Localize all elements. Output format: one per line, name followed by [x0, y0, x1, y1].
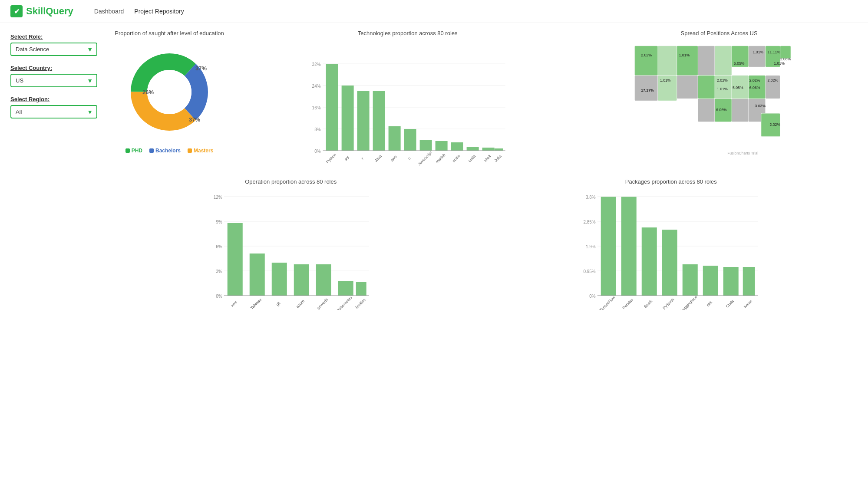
operations-chart-title: Operation proportion across 80 roles [104, 178, 478, 185]
legend-phd: PHD [125, 148, 142, 154]
svg-rect-117 [338, 281, 353, 296]
svg-text:26%: 26% [142, 89, 154, 95]
country-select[interactable]: US ▼ [10, 74, 97, 87]
svg-rect-115 [316, 264, 331, 296]
nav-dashboard[interactable]: Dashboard [94, 6, 124, 16]
svg-text:git: git [275, 301, 281, 307]
tech-chart-box: Technologies proportion across 80 roles … [241, 30, 574, 171]
svg-text:nltk: nltk [706, 300, 713, 307]
svg-text:6.06%: 6.06% [716, 108, 727, 112]
us-map-svg: 17.17% 2.02% 1.01% 1.01% 11.11% 2.03% 1.… [582, 42, 856, 160]
svg-text:2.85%: 2.85% [583, 220, 595, 224]
svg-text:c: c [407, 156, 412, 161]
region-label: Select Region: [10, 96, 97, 102]
svg-text:5.05%: 5.05% [733, 86, 743, 90]
map-chart-title: Spread of Positions Across US [581, 30, 858, 36]
country-filter: Select Country: US ▼ [10, 65, 97, 87]
svg-text:Keras: Keras [743, 299, 753, 309]
svg-text:9%: 9% [216, 220, 222, 224]
donut-chart-title: Proportion of saught after level of educ… [104, 30, 234, 36]
svg-text:6.06%: 6.06% [749, 86, 760, 90]
tech-chart-svg: 0% 8% 16% 24% 32% Python sql [241, 40, 574, 170]
svg-rect-33 [451, 142, 463, 151]
legend-masters-label: Masters [194, 148, 213, 154]
svg-text:Julia: Julia [493, 154, 502, 163]
svg-text:1.9%: 1.9% [585, 244, 595, 249]
svg-text:kubernetes: kubernetes [336, 295, 353, 310]
svg-text:1.01%: 1.01% [660, 78, 671, 82]
svg-text:Java: Java [373, 154, 383, 163]
svg-text:r: r [360, 156, 364, 160]
map-chart-box: Spread of Positions Across US [581, 30, 858, 171]
svg-rect-48 [749, 46, 766, 67]
svg-text:azure: azure [295, 299, 305, 309]
legend-phd-dot [125, 148, 130, 153]
role-value: Data Science [16, 46, 49, 53]
svg-rect-19 [342, 86, 354, 151]
svg-rect-37 [482, 148, 495, 151]
role-label: Select Role: [10, 33, 97, 40]
legend-masters: Masters [188, 148, 213, 154]
svg-rect-107 [228, 223, 243, 296]
charts-content: Proportion of saught after level of educ… [104, 30, 858, 311]
svg-rect-138 [662, 230, 677, 296]
svg-text:Spark: Spark [643, 299, 653, 309]
svg-rect-21 [357, 91, 370, 151]
svg-rect-134 [621, 197, 636, 296]
donut-svg: 26% 37% 37% [122, 44, 217, 140]
svg-rect-35 [467, 147, 479, 151]
operations-chart-box: Operation proportion across 80 roles 0% … [104, 178, 478, 311]
packages-chart-svg: 0% 0.95% 1.9% 2.85% 3.8% TensorFlow [485, 188, 858, 310]
svg-rect-53 [677, 76, 698, 99]
svg-text:11.11%: 11.11% [768, 50, 781, 54]
svg-rect-136 [641, 227, 657, 296]
country-value: US [16, 77, 23, 84]
svg-text:JavaScript: JavaScript [417, 150, 433, 166]
svg-rect-132 [601, 197, 616, 296]
svg-rect-29 [420, 140, 432, 151]
svg-text:2.03%: 2.03% [780, 57, 791, 61]
svg-rect-142 [703, 266, 718, 296]
svg-text:2.02%: 2.02% [768, 78, 779, 82]
svg-rect-70 [698, 76, 715, 99]
svg-text:3.8%: 3.8% [585, 195, 595, 200]
svg-rect-111 [272, 263, 287, 296]
svg-rect-17 [326, 64, 338, 151]
svg-rect-27 [404, 129, 416, 151]
svg-rect-45 [698, 46, 715, 76]
logo-text: SkillQuery [26, 6, 73, 17]
svg-text:8%: 8% [314, 127, 321, 132]
packages-chart-box: Packages proportion across 80 roles 0% 0… [485, 178, 858, 311]
svg-text:0%: 0% [216, 294, 222, 299]
svg-text:0%: 0% [589, 294, 596, 299]
svg-text:1.01%: 1.01% [753, 50, 764, 54]
svg-text:24%: 24% [312, 84, 321, 89]
svg-rect-39 [495, 148, 503, 151]
svg-text:37%: 37% [195, 65, 207, 72]
svg-text:sql: sql [343, 155, 350, 161]
region-select[interactable]: All ▼ [10, 105, 97, 119]
logo: ✔ SkillQuery [10, 5, 73, 17]
donut-chart-box: Proportion of saught after level of educ… [104, 30, 234, 171]
svg-text:12%: 12% [214, 195, 222, 200]
svg-rect-31 [436, 141, 448, 151]
svg-text:TensorFlow: TensorFlow [598, 295, 616, 310]
legend-bachelors-dot [149, 148, 154, 153]
country-label: Select Country: [10, 65, 97, 71]
region-filter: Select Region: All ▼ [10, 96, 97, 119]
nav-project-repository[interactable]: Project Repository [134, 6, 184, 16]
svg-text:shell: shell [483, 154, 492, 163]
sidebar: Select Role: Data Science ▼ Select Count… [10, 30, 97, 311]
role-select[interactable]: Data Science ▼ [10, 43, 97, 56]
svg-point-3 [147, 70, 191, 114]
svg-rect-144 [723, 267, 738, 296]
svg-rect-59 [698, 99, 715, 122]
svg-text:aws: aws [389, 154, 398, 162]
svg-text:37%: 37% [189, 116, 200, 123]
donut-legend: PHD Bachelors Masters [104, 148, 234, 154]
svg-text:1.01%: 1.01% [679, 53, 690, 57]
svg-rect-74 [715, 46, 732, 76]
legend-bachelors-label: Bachelors [155, 148, 181, 154]
country-dropdown-arrow: ▼ [87, 77, 93, 84]
svg-rect-113 [294, 264, 309, 296]
